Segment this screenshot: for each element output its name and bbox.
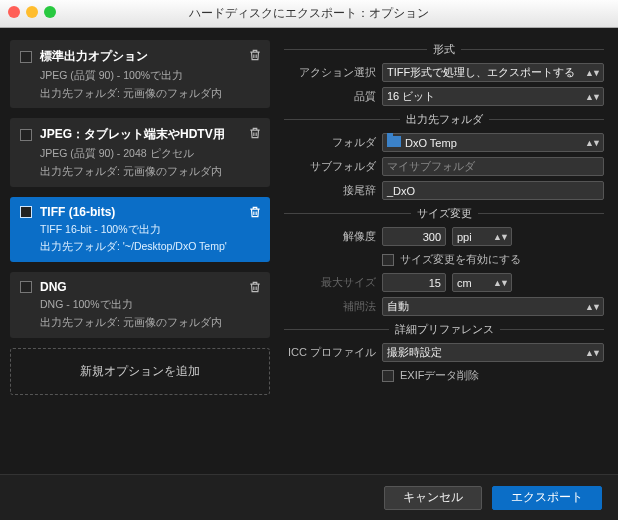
dialog-title: ハードディスクにエクスポート：オプション bbox=[189, 5, 429, 22]
preset-card[interactable]: DNGDNG - 100%で出力出力先フォルダ: 元画像のフォルダ内 bbox=[10, 272, 270, 337]
action-label: アクション選択 bbox=[284, 65, 376, 80]
chevron-updown-icon: ▲▼ bbox=[585, 68, 599, 78]
action-select[interactable]: TIFF形式で処理し、エクスポートする▲▼ bbox=[382, 63, 604, 82]
preset-card[interactable]: JPEG：タブレット端末やHDTV用JPEG (品質 90) - 2048 ピク… bbox=[10, 118, 270, 186]
section-destination: 出力先フォルダ bbox=[284, 112, 604, 127]
maxsize-input[interactable]: 15 bbox=[382, 273, 446, 292]
dialog-body: 標準出力オプションJPEG (品質 90) - 100%で出力出力先フォルダ: … bbox=[0, 28, 618, 474]
section-resize: サイズ変更 bbox=[284, 206, 604, 221]
quality-label: 品質 bbox=[284, 89, 376, 104]
suffix-label: 接尾辞 bbox=[284, 183, 376, 198]
subfolder-input[interactable]: マイサブフォルダ bbox=[382, 157, 604, 176]
preset-name: 標準出力オプション bbox=[40, 48, 148, 65]
add-preset-button[interactable]: 新規オプションを追加 bbox=[10, 348, 270, 395]
preset-list: 標準出力オプションJPEG (品質 90) - 100%で出力出力先フォルダ: … bbox=[10, 40, 270, 468]
minimize-icon[interactable] bbox=[26, 6, 38, 18]
suffix-input[interactable]: _DxO bbox=[382, 181, 604, 200]
preset-detail-1: TIFF 16-bit - 100%で出力 bbox=[40, 222, 260, 237]
chevron-updown-icon: ▲▼ bbox=[585, 138, 599, 148]
preset-checkbox[interactable] bbox=[20, 281, 32, 293]
exif-delete-label: EXIFデータ削除 bbox=[400, 368, 479, 383]
chevron-updown-icon: ▲▼ bbox=[493, 232, 507, 242]
preset-detail-1: DNG - 100%で出力 bbox=[40, 297, 260, 312]
preset-detail-2: 出力先フォルダ: 元画像のフォルダ内 bbox=[40, 315, 260, 330]
preset-detail-1: JPEG (品質 90) - 100%で出力 bbox=[40, 68, 260, 83]
resize-enable-checkbox[interactable] bbox=[382, 254, 394, 266]
resolution-input[interactable]: 300 bbox=[382, 227, 446, 246]
subfolder-label: サブフォルダ bbox=[284, 159, 376, 174]
preset-detail-2: 出力先フォルダ: 元画像のフォルダ内 bbox=[40, 86, 260, 101]
trash-icon[interactable] bbox=[248, 280, 262, 294]
chevron-updown-icon: ▲▼ bbox=[585, 92, 599, 102]
icc-label: ICC プロファイル bbox=[284, 345, 376, 360]
preset-card[interactable]: TIFF (16-bits)TIFF 16-bit - 100%で出力出力先フォ… bbox=[10, 197, 270, 262]
folder-label: フォルダ bbox=[284, 135, 376, 150]
settings-panel: 形式 アクション選択 TIFF形式で処理し、エクスポートする▲▼ 品質 16 ビ… bbox=[284, 40, 608, 468]
preset-name: DNG bbox=[40, 280, 67, 294]
preset-checkbox[interactable] bbox=[20, 206, 32, 218]
trash-icon[interactable] bbox=[248, 48, 262, 62]
export-options-dialog: ハードディスクにエクスポート：オプション 標準出力オプションJPEG (品質 9… bbox=[0, 0, 618, 520]
folder-select[interactable]: DxO Temp ▲▼ bbox=[382, 133, 604, 152]
preset-name: JPEG：タブレット端末やHDTV用 bbox=[40, 126, 225, 143]
resolution-unit-select[interactable]: ppi▲▼ bbox=[452, 227, 512, 246]
export-button[interactable]: エクスポート bbox=[492, 486, 602, 510]
exif-delete-checkbox[interactable] bbox=[382, 370, 394, 382]
section-format: 形式 bbox=[284, 42, 604, 57]
folder-icon bbox=[387, 136, 401, 147]
preset-name: TIFF (16-bits) bbox=[40, 205, 115, 219]
preset-detail-2: 出力先フォルダ: '~/Desktop/DxO Temp' bbox=[40, 239, 260, 254]
preset-checkbox[interactable] bbox=[20, 129, 32, 141]
resize-enable-label: サイズ変更を有効にする bbox=[400, 252, 521, 267]
quality-select[interactable]: 16 ビット▲▼ bbox=[382, 87, 604, 106]
preset-card[interactable]: 標準出力オプションJPEG (品質 90) - 100%で出力出力先フォルダ: … bbox=[10, 40, 270, 108]
preset-checkbox[interactable] bbox=[20, 51, 32, 63]
trash-icon[interactable] bbox=[248, 205, 262, 219]
titlebar: ハードディスクにエクスポート：オプション bbox=[0, 0, 618, 28]
chevron-updown-icon: ▲▼ bbox=[585, 302, 599, 312]
resolution-label: 解像度 bbox=[284, 229, 376, 244]
cancel-button[interactable]: キャンセル bbox=[384, 486, 482, 510]
window-controls bbox=[8, 6, 56, 18]
chevron-updown-icon: ▲▼ bbox=[585, 348, 599, 358]
maxsize-label: 最大サイズ bbox=[284, 275, 376, 290]
section-pref: 詳細プリファレンス bbox=[284, 322, 604, 337]
icc-select[interactable]: 撮影時設定▲▼ bbox=[382, 343, 604, 362]
interp-label: 補間法 bbox=[284, 299, 376, 314]
maxsize-unit-select[interactable]: cm▲▼ bbox=[452, 273, 512, 292]
preset-detail-1: JPEG (品質 90) - 2048 ピクセル bbox=[40, 146, 260, 161]
trash-icon[interactable] bbox=[248, 126, 262, 140]
dialog-footer: キャンセル エクスポート bbox=[0, 474, 618, 520]
chevron-updown-icon: ▲▼ bbox=[493, 278, 507, 288]
preset-detail-2: 出力先フォルダ: 元画像のフォルダ内 bbox=[40, 164, 260, 179]
zoom-icon[interactable] bbox=[44, 6, 56, 18]
close-icon[interactable] bbox=[8, 6, 20, 18]
interp-select[interactable]: 自動▲▼ bbox=[382, 297, 604, 316]
